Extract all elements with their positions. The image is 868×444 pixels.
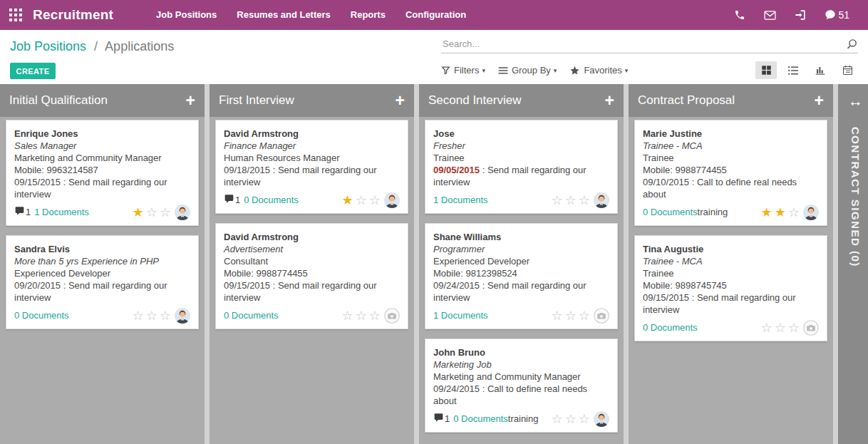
messages-icon[interactable]: 51 <box>825 9 849 21</box>
star-icon[interactable]: ☆ <box>565 194 577 207</box>
phone-icon[interactable] <box>734 9 745 21</box>
kanban-view-button[interactable] <box>755 61 777 79</box>
filters-button[interactable]: Filters ▾ <box>441 65 485 76</box>
star-icon[interactable]: ★ <box>775 206 786 219</box>
documents-link[interactable]: 1 Documents <box>433 309 488 321</box>
activity-date: 09/20/2015 <box>14 280 61 291</box>
favorites-button[interactable]: Favorites ▾ <box>569 65 628 76</box>
star-icon[interactable]: ★ <box>342 194 353 207</box>
message-bubble-icon <box>433 413 444 423</box>
applicant-avatar[interactable] <box>175 205 190 220</box>
applicant-name: John Bruno <box>433 346 609 358</box>
kanban-view-icon <box>761 65 772 76</box>
documents-link[interactable]: 0 Documents <box>14 309 69 321</box>
applicant-detail-line: Human Resources Manager <box>224 152 400 164</box>
applicant-avatar[interactable] <box>803 320 819 336</box>
menu-reports[interactable]: Reports <box>341 0 396 30</box>
applicant-avatar[interactable] <box>594 192 609 208</box>
star-icon[interactable]: ☆ <box>369 194 381 207</box>
magnifier-icon[interactable] <box>846 38 858 53</box>
add-record-plus-icon[interactable]: + <box>186 93 195 109</box>
star-icon[interactable]: ☆ <box>565 309 577 322</box>
calendar-view-button[interactable] <box>837 61 858 79</box>
applicant-avatar[interactable] <box>594 411 609 427</box>
menu-resumes-and-letters[interactable]: Resumes and Letters <box>227 0 341 30</box>
star-icon[interactable]: ☆ <box>342 309 353 322</box>
activity-line: 09/15/2015 : Send mail regarding our int… <box>14 176 190 200</box>
star-icon[interactable]: ☆ <box>761 321 773 334</box>
application-card[interactable]: JoseFresherTrainee09/05/2015 : Send mail… <box>425 120 618 214</box>
star-icon[interactable]: ☆ <box>775 321 786 334</box>
list-view-button[interactable] <box>782 61 804 79</box>
applicant-detail-line: Experienced Developer <box>433 255 609 267</box>
star-icon[interactable]: ☆ <box>788 206 800 219</box>
star-icon[interactable]: ☆ <box>552 194 563 207</box>
menu-job-positions[interactable]: Job Positions <box>146 0 227 30</box>
application-card[interactable]: Shane WilliamsProgrammerExperienced Deve… <box>425 223 618 329</box>
search-input[interactable] <box>441 36 858 50</box>
application-card[interactable]: David ArmstrongFinance ManagerHuman Reso… <box>215 120 408 214</box>
kanban-column-body: David ArmstrongFinance ManagerHuman Reso… <box>210 117 414 344</box>
star-icon[interactable]: ☆ <box>579 413 590 425</box>
add-record-plus-icon[interactable]: + <box>815 93 824 109</box>
documents-link[interactable]: 0 Documents <box>453 413 508 425</box>
application-card[interactable]: David ArmstrongAdvertisementConsultantMo… <box>215 223 408 329</box>
star-icon[interactable]: ★ <box>761 206 773 219</box>
application-card[interactable]: John BrunoMarketing JobMarketing and Com… <box>425 339 618 433</box>
star-icon[interactable]: ☆ <box>356 194 367 207</box>
applicant-avatar[interactable] <box>803 205 819 220</box>
star-icon[interactable]: ☆ <box>160 206 171 219</box>
create-button[interactable]: CREATE <box>10 63 56 79</box>
breadcrumb-job-positions[interactable]: Job Positions <box>10 39 86 53</box>
application-card[interactable]: Sandra ElvisMore than 5 yrs Experience i… <box>6 235 199 329</box>
star-icon[interactable]: ☆ <box>146 309 157 322</box>
sign-in-icon[interactable] <box>795 9 806 21</box>
documents-link[interactable]: 0 Documents <box>224 309 279 321</box>
top-navbar: Recruitment Job Positions Resumes and Le… <box>0 0 868 30</box>
menu-configuration[interactable]: Configuration <box>396 0 476 30</box>
application-card[interactable]: Marie JustineTrainee - MCATraineeMobile:… <box>634 120 827 226</box>
star-icon[interactable]: ☆ <box>160 309 171 322</box>
star-icon[interactable]: ☆ <box>579 194 590 207</box>
application-card[interactable]: Tina AugustieTrainee - MCATraineeMobile:… <box>634 235 827 341</box>
add-record-plus-icon[interactable]: + <box>396 93 405 109</box>
graph-view-button[interactable] <box>810 61 831 79</box>
applicant-avatar[interactable] <box>594 308 609 324</box>
app-title[interactable]: Recruitment <box>33 7 113 23</box>
star-icon[interactable]: ★ <box>133 206 144 219</box>
applied-job-title: Programmer <box>433 243 609 255</box>
applicant-avatar[interactable] <box>384 192 400 208</box>
star-icon[interactable]: ☆ <box>579 309 590 322</box>
star-icon[interactable]: ☆ <box>133 309 144 322</box>
breadcrumb-applications: Applications <box>105 39 174 53</box>
envelope-icon[interactable] <box>764 10 776 21</box>
add-record-plus-icon[interactable]: + <box>605 93 614 109</box>
star-icon[interactable]: ☆ <box>552 309 563 322</box>
star-icon[interactable]: ☆ <box>146 206 157 219</box>
messages-count: 51 <box>838 9 849 21</box>
applied-job-title: More than 5 yrs Experience in PHP <box>14 255 190 267</box>
search-box <box>441 36 858 53</box>
message-bubble-icon <box>433 413 444 425</box>
expand-horizontal-icon[interactable]: ↔ <box>848 93 863 108</box>
folded-column-contract-signed[interactable]: ↔CONTRACT SIGNED (0) <box>838 84 868 444</box>
documents-link[interactable]: 0 Documents <box>643 206 698 218</box>
documents-link[interactable]: 0 Documents <box>244 194 299 206</box>
application-card[interactable]: Enrique JonesSales ManagerMarketing and … <box>6 120 199 226</box>
apps-grid-icon[interactable] <box>9 9 22 21</box>
documents-link[interactable]: 0 Documents <box>643 321 698 334</box>
documents-link[interactable]: 1 Documents <box>433 194 488 206</box>
star-icon[interactable]: ☆ <box>552 413 563 425</box>
card-footer: 10 Documents★☆☆ <box>224 192 400 208</box>
group-by-button[interactable]: Group By ▾ <box>498 65 557 76</box>
card-footer-right: ☆☆☆ <box>549 192 609 208</box>
star-icon[interactable]: ☆ <box>788 321 800 334</box>
documents-link[interactable]: 1 Documents <box>34 206 89 218</box>
star-icon[interactable]: ☆ <box>565 413 577 425</box>
applicant-avatar[interactable] <box>175 308 190 324</box>
kanban-column-header: First Interview+ <box>210 84 414 117</box>
star-icon[interactable]: ☆ <box>369 309 381 322</box>
star-icon[interactable]: ☆ <box>356 309 367 322</box>
no-photo-camera-icon <box>594 308 609 324</box>
applicant-avatar[interactable] <box>384 308 400 324</box>
